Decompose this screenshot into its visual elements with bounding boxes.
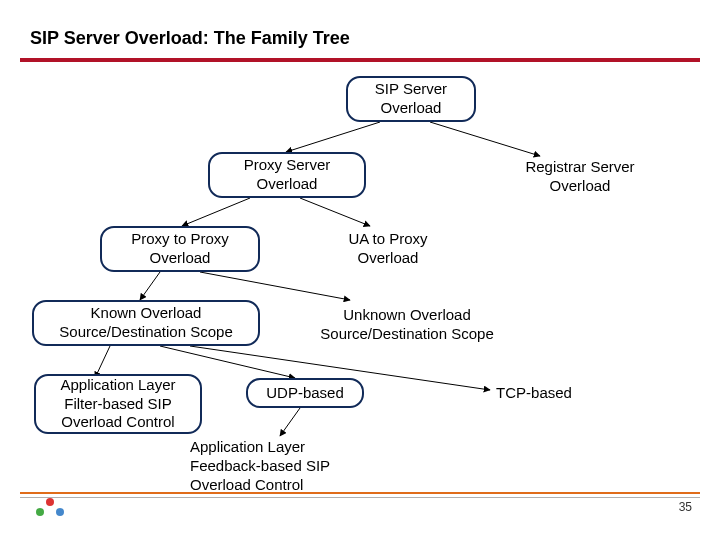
- svg-line-3: [300, 198, 370, 226]
- node-ua-to-proxy: UA to ProxyOverload: [318, 230, 458, 268]
- svg-line-4: [140, 272, 160, 300]
- svg-line-5: [200, 272, 350, 300]
- node-filter-control: Application LayerFilter-based SIPOverloa…: [34, 374, 202, 434]
- node-proxy-to-proxy: Proxy to ProxyOverload: [100, 226, 260, 272]
- svg-line-9: [280, 408, 300, 436]
- node-udp-based: UDP-based: [246, 378, 364, 408]
- logo-icon: [36, 498, 66, 518]
- node-tcp-based: TCP-based: [474, 384, 594, 403]
- page-number: 35: [679, 500, 692, 514]
- title-underline: [20, 58, 700, 62]
- node-proxy-server-overload: Proxy ServerOverload: [208, 152, 366, 198]
- node-feedback-control: Application LayerFeedback-based SIPOverl…: [190, 438, 390, 494]
- footer-rule: [20, 492, 700, 498]
- node-registrar-server-overload: Registrar ServerOverload: [480, 158, 680, 196]
- node-root: SIP ServerOverload: [346, 76, 476, 122]
- node-known-scope: Known OverloadSource/Destination Scope: [32, 300, 260, 346]
- svg-line-2: [182, 198, 250, 226]
- slide-title: SIP Server Overload: The Family Tree: [30, 28, 350, 49]
- svg-line-1: [430, 122, 540, 156]
- node-unknown-scope: Unknown OverloadSource/Destination Scope: [292, 306, 522, 344]
- svg-line-0: [286, 122, 380, 152]
